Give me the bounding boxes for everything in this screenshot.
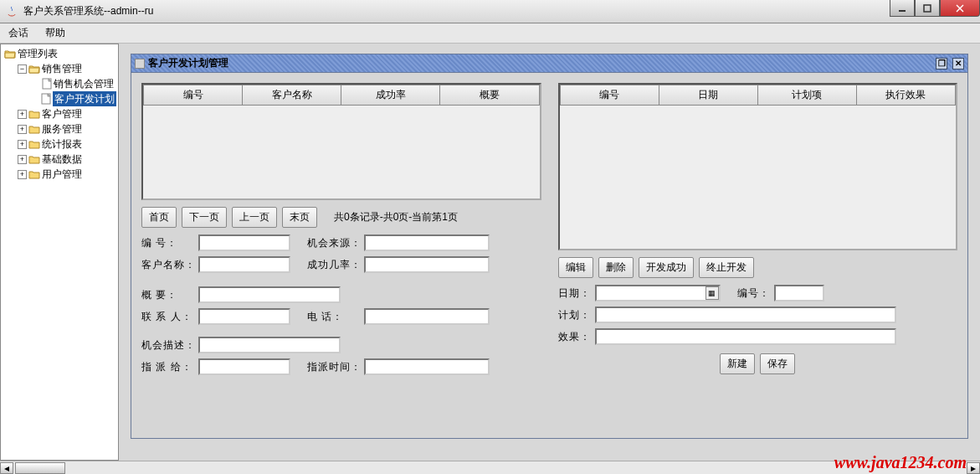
right-form: 日期： ▦ 编号： 计划： [558, 285, 958, 374]
label-rid: 编号： [737, 286, 774, 301]
save-button[interactable]: 保存 [760, 353, 795, 374]
assigntime-field[interactable] [364, 358, 490, 375]
row-custname: 客户名称： 成功几率： [141, 256, 541, 273]
rid-field[interactable] [774, 285, 824, 301]
row-id: 编 号： 机会来源： [141, 234, 541, 251]
minimize-button[interactable] [890, 0, 915, 17]
expand-icon[interactable]: + [18, 155, 27, 164]
assign-field[interactable] [198, 358, 290, 375]
svg-line-3 [957, 5, 963, 12]
new-button[interactable]: 新建 [720, 353, 755, 374]
expand-icon[interactable]: + [18, 110, 27, 119]
row-date: 日期： ▦ 编号： [558, 285, 958, 301]
delete-button[interactable]: 删除 [598, 257, 634, 278]
column-header[interactable]: 执行效果 [857, 85, 956, 106]
menu-help[interactable]: 帮助 [45, 26, 65, 40]
row-assign: 指 派 给： 指派时间： [141, 358, 541, 375]
folder-icon [28, 124, 40, 134]
tree-node-stats[interactable]: +统计报表 [18, 137, 116, 152]
internal-frame-controls: ❐ ✕ [936, 58, 964, 70]
horizontal-scrollbar[interactable]: ◂ ▸ [0, 461, 980, 474]
desc-field[interactable] [198, 337, 341, 353]
scroll-thumb[interactable] [15, 462, 65, 474]
plan-field[interactable] [595, 307, 896, 323]
tree-leaf-devplan[interactable]: 客户开发计划 [31, 91, 116, 106]
label-effect: 效果： [558, 330, 595, 344]
close-button[interactable] [940, 0, 980, 17]
tree-node-basedata[interactable]: +基础数据 [18, 152, 116, 167]
tree-label: 销售管理 [42, 61, 82, 76]
folder-open-icon [28, 64, 40, 74]
column-header[interactable]: 客户名称 [243, 85, 341, 106]
date-field[interactable] [595, 285, 721, 301]
prev-page-button[interactable]: 上一页 [232, 207, 277, 228]
right-pane: 编号 日期 计划项 执行效果 编辑 删除 开发成功 终止开发 [558, 83, 958, 428]
label-custname: 客户名称： [141, 258, 198, 272]
stop-dev-button[interactable]: 终止开发 [699, 257, 754, 278]
column-header[interactable]: 编号 [143, 85, 243, 106]
mdi-desktop: 客户开发计划管理 ❐ ✕ 编号 客户名称 成功率 概要 [119, 44, 980, 461]
maximize-button[interactable] [915, 0, 940, 17]
collapse-icon[interactable]: − [18, 64, 27, 74]
scroll-left-arrow[interactable]: ◂ [0, 462, 13, 474]
folder-icon [28, 169, 40, 179]
id-field[interactable] [198, 234, 290, 251]
success-field[interactable] [364, 256, 490, 273]
tree-node-sales[interactable]: − 销售管理 [18, 61, 116, 76]
internal-frame-titlebar[interactable]: 客户开发计划管理 ❐ ✕ [131, 54, 967, 73]
row-desc: 机会描述： [141, 337, 541, 353]
label-success: 成功几率： [307, 258, 364, 272]
internal-frame-body: 编号 客户名称 成功率 概要 首页 下一页 上一页 末页 共0条记录-共0页-当… [131, 73, 967, 438]
tree-node-user[interactable]: +用户管理 [18, 167, 116, 182]
column-header[interactable]: 成功率 [341, 85, 440, 106]
expand-icon[interactable]: + [18, 140, 27, 149]
label-contact: 联 系 人： [141, 310, 198, 324]
java-icon [5, 5, 18, 18]
source-field[interactable] [364, 234, 490, 251]
tree-label: 统计报表 [42, 137, 82, 152]
phone-field[interactable] [364, 308, 490, 325]
left-table[interactable]: 编号 客户名称 成功率 概要 [141, 83, 541, 200]
column-header[interactable]: 编号 [560, 85, 659, 106]
dev-success-button[interactable]: 开发成功 [639, 257, 694, 278]
expand-icon[interactable]: + [18, 125, 27, 134]
tree-label: 基础数据 [42, 152, 82, 167]
calendar-icon[interactable]: ▦ [705, 286, 719, 300]
last-page-button[interactable]: 末页 [282, 207, 317, 228]
first-page-button[interactable]: 首页 [141, 207, 177, 228]
tree-node-customer[interactable]: +客户管理 [18, 106, 116, 121]
label-desc: 机会描述： [141, 338, 198, 353]
tree-label: 客户管理 [42, 106, 82, 121]
edit-button[interactable]: 编辑 [558, 257, 593, 278]
folder-icon [28, 139, 40, 149]
folder-icon [28, 109, 40, 119]
next-page-button[interactable]: 下一页 [182, 207, 227, 228]
tree-leaf-opportunity[interactable]: 销售机会管理 [31, 76, 116, 91]
label-plan: 计划： [558, 308, 595, 322]
label-phone: 电 话： [307, 310, 364, 324]
svg-line-2 [957, 5, 963, 12]
column-header[interactable]: 概要 [440, 85, 539, 106]
expand-icon[interactable]: + [18, 170, 27, 179]
right-table[interactable]: 编号 日期 计划项 执行效果 [558, 83, 958, 250]
tree-node-root[interactable]: 管理列表 [4, 46, 116, 61]
restore-button[interactable]: ❐ [936, 58, 947, 70]
menu-session[interactable]: 会话 [8, 26, 28, 40]
scroll-right-arrow[interactable]: ▸ [967, 462, 980, 474]
document-icon [42, 78, 52, 90]
effect-field[interactable] [595, 328, 896, 345]
frame-close-button[interactable]: ✕ [952, 58, 964, 70]
tree-label: 用户管理 [42, 167, 82, 182]
contact-field[interactable] [198, 308, 290, 325]
tree-label-selected: 客户开发计划 [53, 91, 116, 106]
tree-node-service[interactable]: +服务管理 [18, 121, 116, 137]
document-icon [41, 93, 51, 105]
summary-field[interactable] [198, 286, 341, 303]
column-header[interactable]: 日期 [659, 85, 758, 106]
menubar: 会话 帮助 [0, 23, 980, 44]
right-table-header: 编号 日期 计划项 执行效果 [560, 85, 957, 106]
column-header[interactable]: 计划项 [758, 85, 857, 106]
nav-tree[interactable]: 管理列表 − 销售管理 [1, 44, 118, 183]
custname-field[interactable] [198, 256, 290, 273]
window-controls [890, 0, 980, 17]
